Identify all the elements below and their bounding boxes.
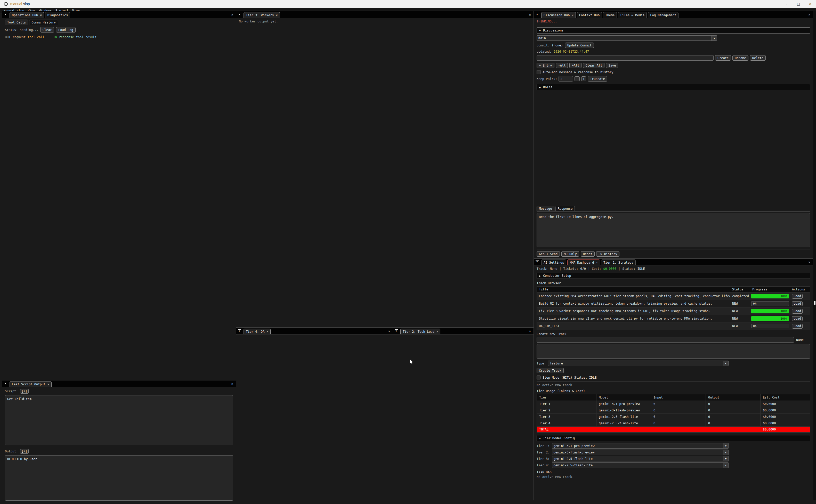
output-expand-button[interactable]: [+] xyxy=(20,449,29,454)
message-textarea[interactable]: Read the first 10 lines of aggregate.py. xyxy=(537,213,810,247)
script-text-area[interactable]: Get-ChildItem xyxy=(5,395,233,445)
updated-label: updated: xyxy=(537,50,552,53)
load-track-button[interactable]: Load xyxy=(792,316,803,321)
panel-close-icon[interactable]: ✕ xyxy=(388,329,390,333)
tier3-tabbar: ▼ Tier 3: Workers ✕ ✕ xyxy=(236,11,534,18)
tab-ai-settings[interactable]: AI Settings xyxy=(541,259,566,265)
truncate-button[interactable]: Truncate xyxy=(588,76,607,82)
create-discussion-button[interactable]: Create xyxy=(715,55,731,61)
panel-menu-icon[interactable]: ▼ xyxy=(3,382,7,386)
conductor-setup-header[interactable]: ▶ Conductor Setup xyxy=(537,273,810,279)
track-type-select[interactable]: feature ▼ xyxy=(548,361,729,366)
tier2-model-select[interactable]: gemini-3-flash-preview ▼ xyxy=(552,450,729,455)
panel-close-icon[interactable]: ✕ xyxy=(529,13,531,17)
subtab-response[interactable]: Response xyxy=(555,206,575,211)
autoadd-checkbox[interactable] xyxy=(537,70,540,74)
step-mode-checkbox[interactable] xyxy=(537,376,540,379)
load-track-button[interactable]: Load xyxy=(792,294,803,299)
panel-close-icon[interactable]: ✕ xyxy=(809,260,810,264)
tab-operations-hub[interactable]: Operations Hub ✕ xyxy=(10,12,44,18)
table-row: Stabilize visual_sim_mma_v2.py and mock_… xyxy=(537,315,810,322)
tab-theme[interactable]: Theme xyxy=(603,12,617,18)
tab-files-media[interactable]: Files & Media xyxy=(618,12,647,18)
tier-model-config-header[interactable]: ▼ Tier Model Config xyxy=(537,435,810,441)
discussion-name-input[interactable] xyxy=(537,55,714,61)
output-label: Output: xyxy=(5,450,18,453)
panel-close-icon[interactable]: ✕ xyxy=(529,329,531,333)
scrollbar-thumb[interactable] xyxy=(814,301,815,305)
load-log-button[interactable]: Load Log xyxy=(56,27,76,32)
save-button[interactable]: Save xyxy=(606,63,618,68)
close-icon[interactable]: ✕ xyxy=(276,13,278,17)
md-only-button[interactable]: MD Only xyxy=(561,251,579,257)
output-text-area[interactable]: REJECTED by user xyxy=(5,455,233,501)
load-track-button[interactable]: Load xyxy=(792,324,803,329)
status-label: Status: xyxy=(5,28,18,32)
chevron-down-icon: ▼ xyxy=(723,361,728,366)
tab-last-script-output[interactable]: Last Script Output ✕ xyxy=(10,381,52,387)
panel-menu-icon[interactable]: ▼ xyxy=(3,13,7,17)
tab-tier3-workers[interactable]: Tier 3: Workers ✕ xyxy=(244,12,280,18)
subtab-message[interactable]: Message xyxy=(537,206,554,211)
table-row: Build UI for context window utilization,… xyxy=(537,300,810,307)
panel-close-icon[interactable]: ✕ xyxy=(231,13,233,17)
tier1-model-select[interactable]: gemini-3.1-pro-preview ▼ xyxy=(552,443,729,449)
panel-close-icon[interactable]: ✕ xyxy=(231,382,233,386)
discussions-section-header[interactable]: ▼ Discussions xyxy=(537,27,810,34)
expand-all-button[interactable]: +All xyxy=(569,63,581,68)
load-track-button[interactable]: Load xyxy=(792,301,803,306)
keep-pairs-minus-button[interactable]: - xyxy=(575,76,579,81)
panel-close-icon[interactable]: ✕ xyxy=(809,13,810,17)
tab-tier1-strategy[interactable]: Tier 1: Strategy xyxy=(601,259,636,265)
tab-discussion-hub[interactable]: Discussion Hub ✕ xyxy=(541,12,576,18)
tier4-model-select[interactable]: gemini-2.5-flash-lite ▼ xyxy=(552,462,729,468)
clear-all-button[interactable]: Clear All xyxy=(583,63,604,68)
tier3-model-select[interactable]: gemini-2.5-flash-lite ▼ xyxy=(552,456,729,461)
tab-tier2-tech-lead[interactable]: Tier 2: Tech Lead ✕ xyxy=(400,329,440,334)
keep-pairs-input[interactable]: 2 xyxy=(559,76,573,82)
update-commit-button[interactable]: Update Commit xyxy=(565,43,594,48)
chevron-down-icon: ▼ xyxy=(723,456,729,461)
tab-tier4-qa[interactable]: Tier 4: QA ✕ xyxy=(244,329,271,334)
panel-menu-icon[interactable]: ▼ xyxy=(535,13,539,17)
minimize-button[interactable]: – xyxy=(781,0,793,8)
gen-send-button[interactable]: Gen + Send xyxy=(537,251,560,257)
track-description-textarea[interactable] xyxy=(537,344,810,359)
keep-pairs-plus-button[interactable]: + xyxy=(581,76,586,81)
script-expand-button[interactable]: [+] xyxy=(20,389,29,394)
close-icon[interactable]: ✕ xyxy=(437,330,438,333)
close-icon[interactable]: ✕ xyxy=(47,383,49,386)
tab-diagnostics[interactable]: Diagnostics xyxy=(45,12,70,18)
close-icon[interactable]: ✕ xyxy=(572,13,573,17)
close-icon[interactable]: ✕ xyxy=(266,330,268,333)
type-label: Type: xyxy=(537,362,546,365)
panel-menu-icon[interactable]: ▼ xyxy=(394,329,398,333)
rename-discussion-button[interactable]: Rename xyxy=(732,55,748,61)
roles-section-header[interactable]: ▶ Roles xyxy=(537,84,810,90)
collapse-all-button[interactable]: -All xyxy=(556,63,568,68)
tab-context-hub[interactable]: Context Hub xyxy=(577,12,602,18)
panel-menu-icon[interactable]: ▼ xyxy=(535,260,539,264)
subtab-comms-history[interactable]: Comms History xyxy=(29,20,58,25)
subtab-tool-calls[interactable]: Tool Calls xyxy=(5,20,28,25)
load-track-button[interactable]: Load xyxy=(792,309,803,314)
panel-menu-icon[interactable]: ▼ xyxy=(237,13,241,17)
panel-menu-icon[interactable]: ▼ xyxy=(237,329,241,333)
maximize-button[interactable]: □ xyxy=(793,0,804,8)
tab-mma-dashboard[interactable]: MMA Dashboard ✕ xyxy=(567,259,600,265)
table-row: Enhance existing MMA orchestration GUI: … xyxy=(537,292,810,300)
scrollbar[interactable] xyxy=(813,11,816,500)
delete-discussion-button[interactable]: Delete xyxy=(750,55,766,61)
clear-button[interactable]: Clear xyxy=(40,27,54,32)
close-icon[interactable]: ✕ xyxy=(40,13,42,17)
tier3-empty-text: No worker output yet. xyxy=(239,20,531,23)
create-track-button[interactable]: Create Track xyxy=(537,368,564,373)
add-entry-button[interactable]: + Entry xyxy=(537,63,554,68)
close-icon[interactable]: ✕ xyxy=(596,261,598,264)
to-history-button[interactable]: -> History xyxy=(596,251,619,257)
discussion-select[interactable]: main ▼ xyxy=(537,35,717,41)
close-button[interactable]: ✕ xyxy=(804,0,816,8)
tab-log-management[interactable]: Log Management xyxy=(648,12,678,18)
track-name-input[interactable] xyxy=(537,337,794,343)
reset-button[interactable]: Reset xyxy=(581,251,595,257)
